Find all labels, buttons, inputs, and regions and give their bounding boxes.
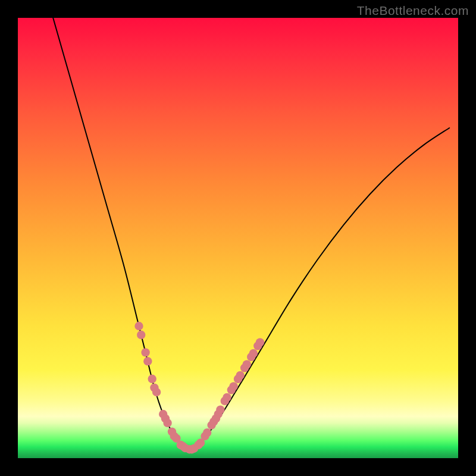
marker-dot (152, 388, 161, 396)
marker-dot (141, 348, 149, 356)
highlighted-points (134, 322, 264, 454)
marker-dot (216, 405, 224, 414)
marker-dot (236, 371, 245, 380)
bottleneck-curve (53, 18, 449, 449)
marker-dot (249, 349, 258, 358)
marker-dot (134, 322, 143, 330)
chart-frame: TheBottleneck.com (0, 0, 476, 476)
marker-dot (148, 375, 156, 383)
marker-dot (229, 382, 237, 390)
plot-area (18, 18, 458, 458)
marker-dot (243, 360, 251, 368)
watermark-text: TheBottleneck.com (357, 4, 469, 18)
marker-dot (223, 393, 231, 402)
marker-dot (137, 331, 145, 339)
marker-dot (256, 338, 264, 346)
marker-dot (203, 428, 211, 437)
marker-dot (163, 419, 171, 427)
curve-layer (18, 18, 458, 458)
marker-dot (143, 357, 152, 365)
